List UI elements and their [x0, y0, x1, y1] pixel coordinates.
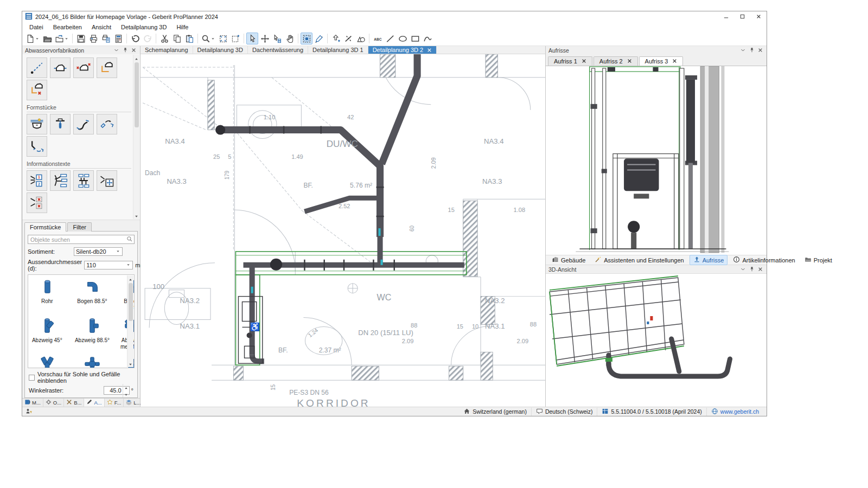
dock-tab-aufrisse[interactable]: Aufrisse	[690, 255, 728, 265]
paste-button[interactable]	[183, 33, 195, 44]
status-link[interactable]: www.geberit.ch	[706, 408, 763, 416]
print-button[interactable]	[87, 33, 99, 44]
canvas-tab-detailplanung-3d-2[interactable]: Detailplanung 3D 2	[368, 46, 437, 54]
print-preview-button[interactable]	[100, 33, 112, 44]
maximize-button[interactable]	[734, 11, 750, 22]
catalog-item-abzweig-45[interactable]: Abzweig 45°	[29, 317, 65, 350]
menu-hilfe[interactable]: Hilfe	[171, 24, 193, 30]
dock-tab-projekt[interactable]: Projekt	[801, 255, 836, 265]
minimize-button[interactable]	[718, 11, 734, 22]
info-arrows-button[interactable]	[97, 170, 117, 191]
text-button[interactable]: ABC	[372, 33, 384, 44]
draw-ellipse-button[interactable]	[397, 33, 409, 44]
catalog-item-abzweig-88-5[interactable]: Abzweig 88.5°	[65, 317, 120, 350]
scroll-up-icon[interactable]	[135, 55, 138, 61]
point-select-button[interactable]	[284, 33, 296, 44]
close-button[interactable]	[750, 11, 767, 22]
close-tab-icon[interactable]	[672, 58, 677, 65]
shapes-button[interactable]	[355, 33, 367, 44]
catalog-item-schachtbogenabzweig[interactable]: Schachtbogenabzweig	[65, 356, 120, 368]
canvas-tab-detailplanung-3d[interactable]: Detailplanung 3D	[193, 46, 248, 54]
fitting-line-button[interactable]	[50, 57, 71, 78]
copy-button[interactable]	[171, 33, 183, 44]
catalog-item-rohr[interactable]: Rohr	[29, 278, 65, 311]
elevation-view[interactable]	[546, 66, 767, 255]
panel-close-button[interactable]	[757, 266, 764, 273]
aufriss-tab-aufriss-1[interactable]: Aufriss 1	[548, 56, 592, 66]
close-tab-icon[interactable]	[582, 58, 586, 65]
canvas-tab-schemaplanung[interactable]: Schemaplanung	[141, 46, 193, 54]
scrollbar-thumb[interactable]	[135, 62, 139, 127]
draw-line-button[interactable]	[384, 33, 396, 44]
draw-arc-button[interactable]	[422, 33, 433, 44]
winkelraster-stepper[interactable]: 45.0	[104, 386, 130, 395]
select-elements-button[interactable]	[271, 33, 283, 44]
strip-tab-f[interactable]: F...	[105, 399, 124, 407]
diameter-select[interactable]: 110	[84, 261, 133, 269]
catalog-item-hosenabzweig[interactable]: Hosenabzweig	[29, 356, 65, 368]
zoom-region-button[interactable]	[229, 33, 241, 44]
close-tab-icon[interactable]	[427, 48, 432, 53]
redo-button[interactable]	[142, 33, 154, 44]
form-chain-button[interactable]	[27, 136, 47, 157]
panel-close-button[interactable]	[757, 47, 764, 54]
panel-pin-button[interactable]	[748, 47, 755, 54]
form-siphon-button[interactable]	[27, 114, 47, 134]
strip-tab-b[interactable]: B...	[64, 399, 84, 407]
route-line-button[interactable]	[27, 57, 47, 78]
menu-detailplanung-3d[interactable]: Detailplanung 3D	[116, 24, 171, 30]
strip-tab-o[interactable]: O...	[43, 399, 64, 407]
draw-rectangle-button[interactable]	[409, 33, 421, 44]
import-template-button[interactable]	[54, 33, 70, 44]
panel-menu-button[interactable]	[739, 266, 746, 273]
aufriss-tab-aufriss-2[interactable]: Aufriss 2	[593, 56, 638, 66]
canvas-tab-detailplanung-3d-1[interactable]: Detailplanung 3D 1	[308, 46, 368, 54]
panel-close-button[interactable]	[130, 47, 137, 54]
dock-tab-assistenten-und-einstellungen[interactable]: Assistenten und Einstellungen	[591, 255, 687, 265]
cut-button[interactable]	[158, 33, 170, 44]
panel-pin-button[interactable]	[122, 47, 129, 54]
catalog-item-bogen-88-5[interactable]: Bogen 88.5°	[65, 278, 120, 311]
stepper-down-icon[interactable]	[124, 391, 128, 397]
scroll-up-icon[interactable]	[129, 275, 132, 282]
dock-tab-artikelinformationen[interactable]: Artikelinformationen	[729, 255, 799, 265]
aufriss-tab-aufriss-3[interactable]: Aufriss 3	[639, 56, 684, 66]
panel-pin-button[interactable]	[748, 266, 755, 273]
catalog-scrollbar[interactable]	[127, 275, 133, 367]
info-delete-button[interactable]	[27, 192, 47, 213]
new-file-button[interactable]	[24, 33, 41, 44]
panel-menu-button[interactable]	[113, 47, 120, 54]
subtab-filter[interactable]: Filter	[67, 222, 91, 232]
zoom-extents-button[interactable]	[217, 33, 229, 44]
subtab-formstuecke[interactable]: Formstücke	[24, 222, 66, 232]
tool-palette-scrollbar[interactable]	[133, 55, 139, 219]
form-plunger-button[interactable]	[50, 114, 71, 134]
select-button[interactable]	[246, 33, 258, 44]
menu-ansicht[interactable]: Ansicht	[87, 24, 116, 30]
frame-settings-button[interactable]	[301, 33, 312, 44]
calculate-button[interactable]	[112, 33, 124, 44]
fitting-bracket-button[interactable]	[97, 57, 117, 78]
floor-plan-canvas[interactable]: 1.1042NA3.4DU/WCNA3.42551.49DachNA3.3NA3…	[141, 54, 545, 407]
strip-tab-a[interactable]: A...	[84, 399, 104, 407]
hide-edges-button[interactable]	[342, 33, 354, 44]
sortiment-select[interactable]: Silent-db20	[74, 247, 123, 256]
scrollbar-thumb[interactable]	[129, 283, 133, 321]
fitting-bracket-x-button[interactable]	[27, 80, 47, 100]
strip-tab-m[interactable]: M...	[22, 399, 43, 407]
fitting-x-button[interactable]	[73, 57, 94, 78]
scroll-down-icon[interactable]	[135, 213, 138, 219]
scroll-down-icon[interactable]	[129, 361, 132, 367]
undo-button[interactable]	[129, 33, 141, 44]
view-3d[interactable]	[546, 273, 767, 407]
form-sbend-button[interactable]	[73, 114, 94, 134]
dock-tab-geb-ude[interactable]: Gebäude	[548, 255, 589, 265]
website-link[interactable]: www.geberit.ch	[720, 408, 759, 415]
insert-symbol-button[interactable]	[330, 33, 342, 44]
info-numbers-button[interactable]: 12	[27, 170, 47, 191]
info-tree-button[interactable]	[73, 170, 94, 191]
search-input[interactable]	[28, 235, 135, 244]
sketch-button[interactable]	[313, 33, 325, 44]
info-labels-button[interactable]	[50, 170, 71, 191]
canvas-tab-dachentw-sserung[interactable]: Dachentwässerung	[248, 46, 308, 54]
